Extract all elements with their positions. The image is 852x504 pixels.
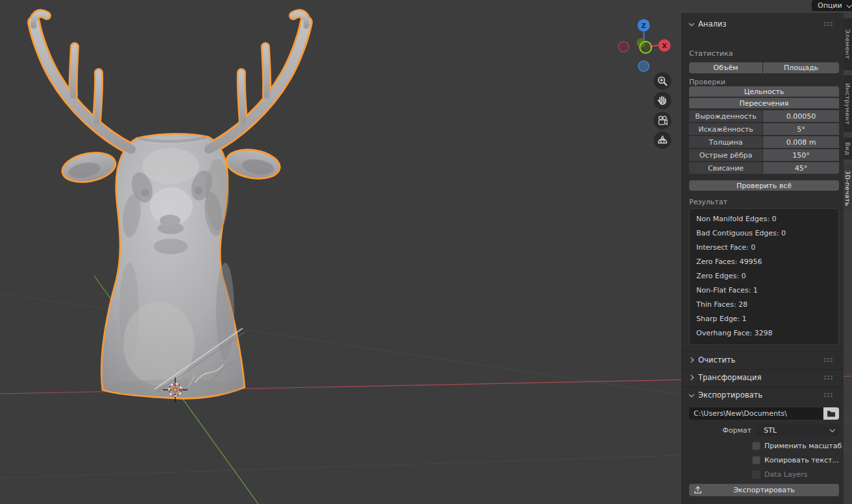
checkbox-label: Применить масштаб	[764, 442, 842, 450]
camera-view-button[interactable]	[654, 112, 672, 130]
check-row-degenerate: Вырожденность 0.00050	[689, 110, 839, 122]
panel-header-export[interactable]: Экспортировать	[689, 389, 839, 401]
check-row-overhang: Свисание 45°	[689, 162, 839, 174]
panel-header-cleanup[interactable]: Очистить	[689, 354, 839, 366]
options-menu-button[interactable]: Опции	[812, 0, 852, 11]
check-label[interactable]: Вырожденность	[689, 110, 762, 122]
check-label[interactable]: Толщина	[689, 136, 762, 148]
checkbox-unchecked-disabled[interactable]	[752, 470, 761, 479]
export-button[interactable]: Экспортировать	[689, 484, 839, 496]
antler-fill	[34, 14, 307, 149]
check-value-field[interactable]: 45°	[763, 162, 839, 174]
navigation-gizmo[interactable]: Z X	[618, 19, 671, 72]
check-value-field[interactable]: 0.00050	[763, 110, 839, 122]
statistics-label: Статистика	[689, 49, 839, 58]
check-all-button[interactable]: Проверить всё	[689, 180, 839, 191]
check-label[interactable]: Острые рёбра	[689, 149, 762, 161]
sidebar-tab-item[interactable]: Элемент	[844, 18, 852, 70]
panel-grip[interactable]	[823, 392, 834, 398]
tab-label: Инструмент	[844, 83, 851, 125]
chevron-right-icon	[688, 375, 694, 380]
panel-title: Очистить	[698, 355, 735, 365]
tab-label: Вид	[844, 142, 851, 155]
chevron-down-icon	[846, 3, 851, 8]
gizmo-x-label: X	[662, 42, 667, 49]
checkbox-unchecked[interactable]	[752, 456, 761, 464]
panel-grip[interactable]	[823, 21, 834, 27]
result-item[interactable]: Intersect Face: 0	[696, 241, 832, 255]
panel-title: Анализ	[698, 19, 726, 29]
check-label[interactable]: Свисание	[689, 162, 762, 174]
browse-folder-button[interactable]	[823, 407, 839, 420]
chevron-right-icon	[688, 357, 694, 363]
result-item[interactable]: Non-Flat Faces: 1	[696, 283, 832, 298]
folder-icon	[827, 410, 836, 418]
gizmo-z-label: Z	[642, 22, 646, 29]
panel-header-analysis[interactable]: Анализ	[689, 18, 839, 30]
result-item[interactable]: Non Manifold Edges: 0	[696, 212, 832, 226]
sidebar-tab-tool[interactable]: Инструмент	[844, 75, 852, 132]
checks-label: Проверки	[689, 78, 839, 86]
check-row-distorted: Искажённость 5°	[689, 123, 839, 135]
gizmo-neg-x-ball[interactable]	[618, 42, 629, 52]
solid-check-button[interactable]: Цельность	[689, 86, 839, 97]
format-label: Формат	[689, 426, 757, 435]
check-row-thickness: Толщина 0.008 m	[689, 136, 839, 148]
check-row-sharp-edges: Острые рёбра 150°	[689, 149, 839, 161]
panel-title: Экспортировать	[698, 390, 762, 400]
data-layers-checkbox-row: Data Layers	[689, 470, 839, 479]
deer-model-object[interactable]	[34, 14, 307, 399]
pan-tool-button[interactable]	[654, 92, 672, 110]
result-box: Non Manifold Edges: 0 Bad Contiguous Edg…	[689, 208, 839, 345]
object-origin-dot	[173, 388, 177, 392]
export-button-label: Экспортировать	[733, 486, 795, 494]
result-item[interactable]: Bad Contiguous Edges: 0	[696, 226, 832, 241]
panel-grip[interactable]	[823, 357, 834, 363]
zoom-tool-button[interactable]	[654, 73, 672, 90]
options-menu-label: Опции	[818, 1, 842, 10]
area-button[interactable]: Площадь	[763, 62, 839, 73]
checkbox-unchecked[interactable]	[752, 442, 761, 450]
tab-label: Элемент	[844, 29, 851, 59]
export-icon	[693, 485, 703, 495]
tab-label: 3D-печать	[844, 171, 851, 206]
result-item[interactable]: Zero Edges: 0	[696, 269, 832, 283]
result-item[interactable]: Zero Faces: 49956	[696, 255, 832, 269]
panel-title: Трансформация	[698, 373, 761, 382]
sidebar-tab-3d-print[interactable]: 3D-печать	[844, 165, 852, 213]
sidebar-3d-print-panel: Анализ Статистика Объём Площадь Проверки…	[681, 13, 844, 504]
panel-separator	[682, 369, 844, 370]
checkbox-label: Data Layers	[764, 470, 807, 479]
check-label[interactable]: Искажённость	[689, 123, 762, 135]
result-item[interactable]: Overhang Face: 3298	[696, 326, 832, 341]
chevron-down-icon	[688, 21, 694, 26]
perspective-toggle-button[interactable]	[654, 132, 672, 149]
intersections-check-button[interactable]: Пересечения	[689, 98, 839, 108]
sidebar-tab-view[interactable]: Вид	[844, 138, 852, 160]
format-dropdown-value: STL	[764, 426, 777, 435]
panel-grip[interactable]	[823, 375, 834, 380]
check-value-field[interactable]: 150°	[763, 149, 839, 161]
volume-button[interactable]: Объём	[689, 62, 762, 73]
panel-separator	[682, 351, 844, 352]
copy-textures-checkbox-row: Копировать текст...	[689, 455, 839, 464]
chevron-down-icon	[829, 427, 834, 432]
gizmo-y-ring[interactable]	[640, 42, 651, 53]
apply-scale-checkbox-row: Применить масштаб	[689, 441, 839, 450]
result-item[interactable]: Sharp Edge: 1	[696, 312, 832, 326]
gizmo-neg-z-ball[interactable]	[639, 61, 649, 71]
format-dropdown[interactable]: STL	[757, 424, 839, 436]
chevron-down-icon	[688, 392, 694, 397]
panel-separator	[682, 387, 844, 387]
check-value-field[interactable]: 0.008 m	[763, 136, 839, 148]
result-item[interactable]: Thin Faces: 28	[696, 298, 832, 312]
check-value-field[interactable]: 5°	[763, 123, 839, 135]
checkbox-label: Копировать текст...	[764, 456, 839, 464]
result-label: Результат	[689, 198, 839, 206]
panel-header-transform[interactable]: Трансформация	[689, 372, 839, 383]
export-path-input[interactable]: C:\Users\New\Documents\	[689, 407, 823, 420]
